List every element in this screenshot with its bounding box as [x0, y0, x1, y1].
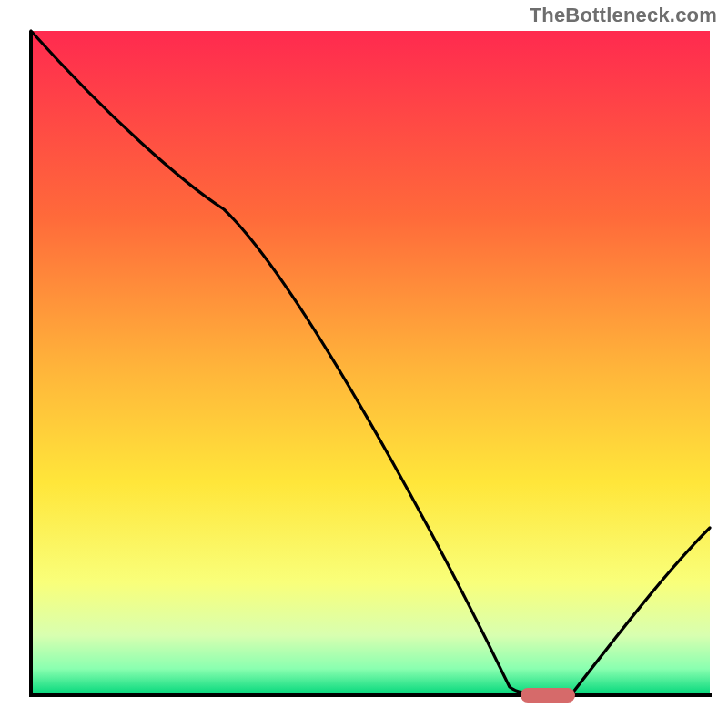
optimum-marker	[521, 688, 575, 703]
bottleneck-chart	[0, 0, 728, 728]
gradient-background	[31, 31, 710, 695]
chart-container: TheBottleneck.com	[0, 0, 728, 728]
